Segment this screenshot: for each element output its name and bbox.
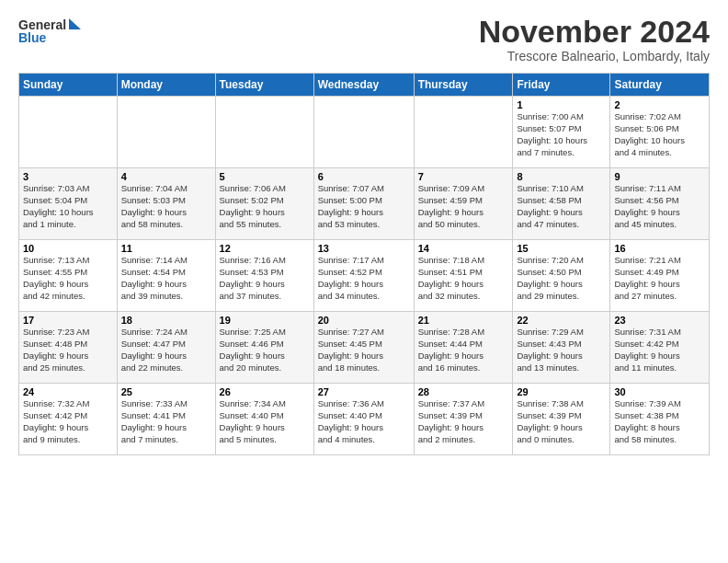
day-info: Sunrise: 7:09 AM Sunset: 4:59 PM Dayligh… — [418, 183, 509, 230]
calendar-cell: 7Sunrise: 7:09 AM Sunset: 4:59 PM Daylig… — [414, 168, 513, 240]
day-info: Sunrise: 7:23 AM Sunset: 4:48 PM Dayligh… — [23, 327, 113, 373]
calendar-cell: 18Sunrise: 7:24 AM Sunset: 4:47 PM Dayli… — [117, 312, 215, 384]
day-number: 10 — [23, 243, 113, 254]
day-number: 30 — [614, 386, 705, 397]
day-info: Sunrise: 7:32 AM Sunset: 4:42 PM Dayligh… — [23, 398, 113, 445]
calendar-cell: 26Sunrise: 7:34 AM Sunset: 4:40 PM Dayli… — [215, 384, 313, 455]
day-info: Sunrise: 7:16 AM Sunset: 4:53 PM Dayligh… — [220, 255, 310, 302]
day-info: Sunrise: 7:14 AM Sunset: 4:54 PM Dayligh… — [121, 255, 211, 302]
day-number: 3 — [23, 171, 113, 182]
day-number: 16 — [614, 243, 705, 254]
calendar-cell: 13Sunrise: 7:17 AM Sunset: 4:52 PM Dayli… — [313, 240, 414, 312]
day-info: Sunrise: 7:04 AM Sunset: 5:03 PM Dayligh… — [121, 183, 211, 230]
day-info: Sunrise: 7:07 AM Sunset: 5:00 PM Dayligh… — [318, 183, 410, 230]
calendar-cell: 10Sunrise: 7:13 AM Sunset: 4:55 PM Dayli… — [19, 240, 118, 312]
day-info: Sunrise: 7:37 AM Sunset: 4:39 PM Dayligh… — [418, 398, 509, 445]
day-info: Sunrise: 7:27 AM Sunset: 4:45 PM Dayligh… — [318, 327, 410, 373]
svg-text:Blue: Blue — [18, 30, 47, 45]
calendar-cell: 17Sunrise: 7:23 AM Sunset: 4:48 PM Dayli… — [19, 312, 118, 384]
day-info: Sunrise: 7:17 AM Sunset: 4:52 PM Dayligh… — [318, 255, 410, 302]
calendar-cell: 2Sunrise: 7:02 AM Sunset: 5:06 PM Daylig… — [610, 97, 710, 168]
calendar-table: Sunday Monday Tuesday Wednesday Thursday… — [18, 73, 710, 455]
day-info: Sunrise: 7:38 AM Sunset: 4:39 PM Dayligh… — [517, 398, 606, 445]
day-number: 22 — [517, 315, 606, 326]
day-number: 27 — [318, 386, 410, 397]
calendar-cell: 15Sunrise: 7:20 AM Sunset: 4:50 PM Dayli… — [513, 240, 610, 312]
day-info: Sunrise: 7:11 AM Sunset: 4:56 PM Dayligh… — [614, 183, 705, 230]
day-info: Sunrise: 7:36 AM Sunset: 4:40 PM Dayligh… — [318, 398, 410, 445]
col-monday: Monday — [117, 74, 215, 97]
col-tuesday: Tuesday — [215, 74, 313, 97]
calendar-cell: 19Sunrise: 7:25 AM Sunset: 4:46 PM Dayli… — [215, 312, 313, 384]
day-number: 26 — [220, 386, 310, 397]
calendar-cell — [313, 97, 414, 168]
day-number: 9 — [614, 171, 705, 182]
day-number: 23 — [614, 315, 705, 326]
location: Trescore Balneario, Lombardy, Italy — [479, 49, 710, 63]
header: GeneralBlue November 2024 Trescore Balne… — [18, 15, 710, 63]
calendar-cell: 6Sunrise: 7:07 AM Sunset: 5:00 PM Daylig… — [313, 168, 414, 240]
day-number: 15 — [517, 243, 606, 254]
day-number: 7 — [418, 171, 509, 182]
day-info: Sunrise: 7:06 AM Sunset: 5:02 PM Dayligh… — [220, 183, 310, 230]
calendar-cell: 9Sunrise: 7:11 AM Sunset: 4:56 PM Daylig… — [610, 168, 710, 240]
day-info: Sunrise: 7:02 AM Sunset: 5:06 PM Dayligh… — [614, 111, 705, 158]
calendar-cell: 16Sunrise: 7:21 AM Sunset: 4:49 PM Dayli… — [610, 240, 710, 312]
day-number: 2 — [614, 99, 705, 110]
calendar-week-3: 17Sunrise: 7:23 AM Sunset: 4:48 PM Dayli… — [19, 312, 710, 384]
day-number: 29 — [517, 386, 606, 397]
day-number: 19 — [220, 315, 310, 326]
day-info: Sunrise: 7:10 AM Sunset: 4:58 PM Dayligh… — [517, 183, 606, 230]
calendar-week-2: 10Sunrise: 7:13 AM Sunset: 4:55 PM Dayli… — [19, 240, 710, 312]
day-info: Sunrise: 7:25 AM Sunset: 4:46 PM Dayligh… — [220, 327, 310, 373]
day-number: 4 — [121, 171, 211, 182]
col-thursday: Thursday — [414, 74, 513, 97]
calendar-week-1: 3Sunrise: 7:03 AM Sunset: 5:04 PM Daylig… — [19, 168, 710, 240]
day-number: 12 — [220, 243, 310, 254]
col-wednesday: Wednesday — [313, 74, 414, 97]
col-sunday: Sunday — [19, 74, 118, 97]
col-saturday: Saturday — [610, 74, 710, 97]
calendar-week-0: 1Sunrise: 7:00 AM Sunset: 5:07 PM Daylig… — [19, 97, 710, 168]
title-area: November 2024 Trescore Balneario, Lombar… — [479, 15, 710, 63]
day-info: Sunrise: 7:34 AM Sunset: 4:40 PM Dayligh… — [220, 398, 310, 445]
logo: GeneralBlue — [18, 15, 83, 52]
calendar-cell: 28Sunrise: 7:37 AM Sunset: 4:39 PM Dayli… — [414, 384, 513, 455]
day-info: Sunrise: 7:33 AM Sunset: 4:41 PM Dayligh… — [121, 398, 211, 445]
day-number: 28 — [418, 386, 509, 397]
day-number: 5 — [220, 171, 310, 182]
calendar-cell — [414, 97, 513, 168]
calendar-cell: 12Sunrise: 7:16 AM Sunset: 4:53 PM Dayli… — [215, 240, 313, 312]
calendar-cell: 1Sunrise: 7:00 AM Sunset: 5:07 PM Daylig… — [513, 97, 610, 168]
calendar-cell: 3Sunrise: 7:03 AM Sunset: 5:04 PM Daylig… — [19, 168, 118, 240]
calendar-cell: 25Sunrise: 7:33 AM Sunset: 4:41 PM Dayli… — [117, 384, 215, 455]
calendar-cell: 8Sunrise: 7:10 AM Sunset: 4:58 PM Daylig… — [513, 168, 610, 240]
calendar-cell — [117, 97, 215, 168]
day-info: Sunrise: 7:29 AM Sunset: 4:43 PM Dayligh… — [517, 327, 606, 373]
day-info: Sunrise: 7:24 AM Sunset: 4:47 PM Dayligh… — [121, 327, 211, 373]
day-number: 8 — [517, 171, 606, 182]
calendar-cell: 29Sunrise: 7:38 AM Sunset: 4:39 PM Dayli… — [513, 384, 610, 455]
day-info: Sunrise: 7:20 AM Sunset: 4:50 PM Dayligh… — [517, 255, 606, 302]
day-info: Sunrise: 7:21 AM Sunset: 4:49 PM Dayligh… — [614, 255, 705, 302]
calendar-cell: 23Sunrise: 7:31 AM Sunset: 4:42 PM Dayli… — [610, 312, 710, 384]
calendar-cell: 4Sunrise: 7:04 AM Sunset: 5:03 PM Daylig… — [117, 168, 215, 240]
day-number: 21 — [418, 315, 509, 326]
calendar-cell: 14Sunrise: 7:18 AM Sunset: 4:51 PM Dayli… — [414, 240, 513, 312]
day-number: 1 — [517, 99, 606, 110]
day-number: 18 — [121, 315, 211, 326]
day-info: Sunrise: 7:00 AM Sunset: 5:07 PM Dayligh… — [517, 111, 606, 158]
day-number: 14 — [418, 243, 509, 254]
day-number: 11 — [121, 243, 211, 254]
day-info: Sunrise: 7:18 AM Sunset: 4:51 PM Dayligh… — [418, 255, 509, 302]
day-number: 13 — [318, 243, 410, 254]
calendar-week-4: 24Sunrise: 7:32 AM Sunset: 4:42 PM Dayli… — [19, 384, 710, 455]
calendar-cell: 27Sunrise: 7:36 AM Sunset: 4:40 PM Dayli… — [313, 384, 414, 455]
calendar-cell: 30Sunrise: 7:39 AM Sunset: 4:38 PM Dayli… — [610, 384, 710, 455]
calendar-cell: 5Sunrise: 7:06 AM Sunset: 5:02 PM Daylig… — [215, 168, 313, 240]
day-number: 25 — [121, 386, 211, 397]
calendar-cell — [215, 97, 313, 168]
day-number: 24 — [23, 386, 113, 397]
calendar-cell: 22Sunrise: 7:29 AM Sunset: 4:43 PM Dayli… — [513, 312, 610, 384]
svg-marker-2 — [69, 18, 81, 29]
